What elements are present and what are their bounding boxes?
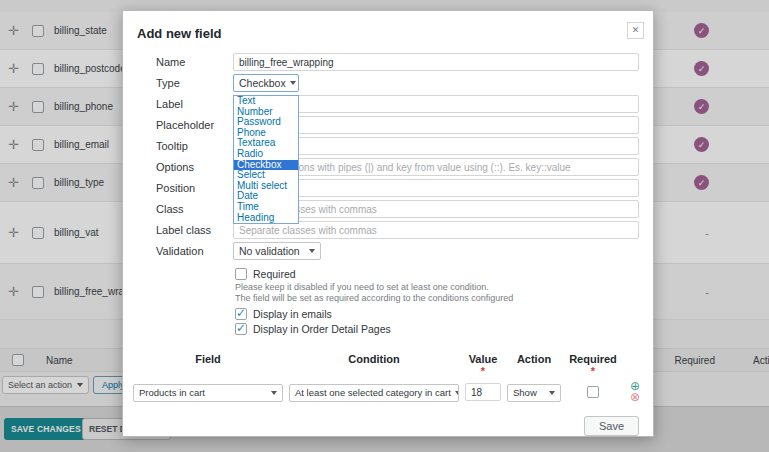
add-field-modal: Add new field ✕ Name Type Checkbox Label… (122, 10, 654, 437)
position-field-label: Position (156, 182, 233, 194)
type-dropdown-list: TextNumberPasswordPhoneTextareaRadioChec… (233, 95, 299, 224)
conditions-header-condition: Condition (289, 353, 459, 365)
chevron-down-icon (309, 249, 315, 253)
conditions-section: Field Condition Value * Action Required*… (123, 353, 653, 403)
condition-row: Products in cart At least one selected c… (133, 381, 643, 403)
display-in-emails-checkbox[interactable] (235, 308, 247, 320)
required-label: Required (253, 268, 296, 280)
display-in-order-pages-label: Display in Order Detail Pages (253, 323, 391, 335)
required-help-line-2: The field will be set as required accord… (235, 293, 639, 304)
condition-field-value: Products in cart (139, 387, 205, 398)
chevron-down-icon (549, 391, 555, 395)
validation-select[interactable]: No validation (233, 242, 321, 260)
close-icon[interactable]: ✕ (627, 22, 644, 39)
chevron-down-icon (271, 391, 277, 395)
type-option[interactable]: Heading (234, 213, 298, 224)
validation-field-label: Validation (156, 245, 233, 257)
field-form: Name Type Checkbox Label Placeholder Too… (123, 51, 653, 260)
condition-required-checkbox[interactable] (587, 386, 599, 398)
type-field-label: Type (156, 77, 233, 89)
type-option[interactable]: Time (234, 202, 298, 213)
modal-header: Add new field ✕ (123, 11, 653, 51)
condition-action-value: Show (513, 387, 537, 398)
conditions-header-action: Action (507, 353, 561, 365)
display-in-order-pages-checkbox[interactable] (235, 323, 247, 335)
required-asterisk: * (481, 365, 485, 377)
options-field-label: Options (156, 161, 233, 173)
condition-type-select[interactable]: At least one selected category in cart (289, 384, 459, 402)
name-field-label: Name (156, 56, 233, 68)
type-select[interactable]: Checkbox (233, 74, 299, 92)
chevron-down-icon (290, 81, 296, 85)
chevron-down-icon (455, 391, 459, 395)
checkbox-section: Required Please keep it disabled if you … (123, 263, 653, 335)
required-asterisk: * (591, 365, 595, 377)
type-option[interactable]: Radio (234, 149, 298, 160)
required-help-line-1: Please keep it disabled if you need to s… (235, 282, 639, 293)
condition-type-value: At least one selected category in cart (295, 387, 451, 398)
type-option[interactable]: Text (234, 96, 298, 107)
display-in-emails-label: Display in emails (253, 308, 332, 320)
tooltip-field-label: Tooltip (156, 140, 233, 152)
conditions-header-value: Value * (465, 353, 501, 377)
type-select-value: Checkbox (239, 77, 286, 89)
condition-value-input[interactable] (465, 383, 501, 401)
conditions-header-required: Required* (567, 353, 619, 377)
class-field-label: Class (156, 203, 233, 215)
condition-field-select[interactable]: Products in cart (133, 384, 283, 402)
validation-select-value: No validation (239, 245, 300, 257)
label-field-label: Label (156, 98, 233, 110)
conditions-header: Field Condition Value * Action Required* (133, 353, 643, 377)
conditions-header-field: Field (133, 353, 283, 365)
condition-action-select[interactable]: Show (507, 384, 561, 402)
placeholder-field-label: Placeholder (156, 119, 233, 131)
modal-title: Add new field (137, 26, 222, 41)
modal-footer: Save (123, 403, 653, 436)
label-class-field-label: Label class (156, 224, 233, 236)
save-button[interactable]: Save (584, 416, 639, 436)
required-checkbox[interactable] (235, 268, 247, 280)
name-input[interactable] (233, 53, 639, 71)
remove-condition-icon[interactable]: ⊗ (630, 392, 640, 403)
